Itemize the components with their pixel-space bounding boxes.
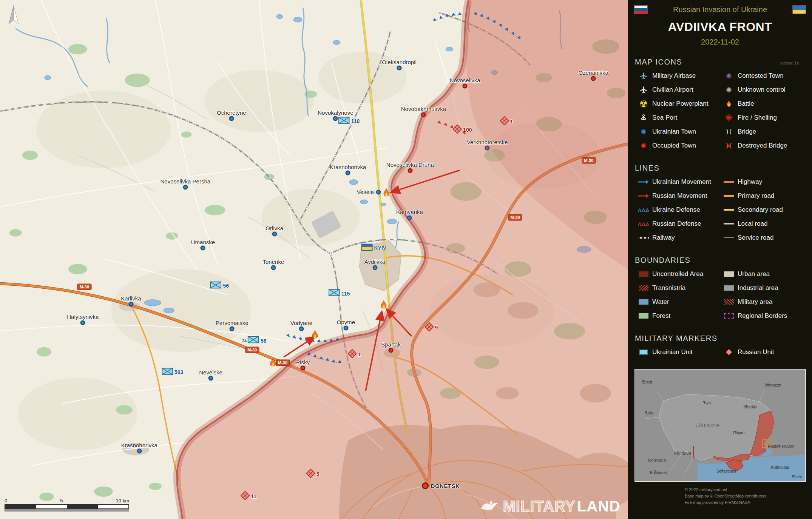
legend-label: Ukrainian Town — [652, 128, 696, 136]
town-dot — [299, 326, 304, 331]
ukrainian-flag-unit-icon — [361, 243, 373, 252]
legend-label: Primary road — [738, 192, 774, 200]
ukrainian-unit-icon — [248, 336, 259, 345]
marker-layer: OleksandropilNovoselivkaOzerianivkaNovok… — [0, 0, 628, 519]
ukrainian-unit-marker: 110 — [338, 117, 360, 125]
minimap-label: Brest — [643, 380, 652, 384]
minimap-label: Sochi — [792, 474, 801, 479]
road-shield: M-30 — [77, 283, 91, 290]
map-scale-bar: 0 5 10 km — [5, 498, 129, 511]
town-dot — [271, 265, 276, 270]
town-dot — [389, 348, 394, 353]
russian-unit-icon — [425, 322, 434, 333]
military-area-icon — [720, 299, 738, 305]
minimap-label: Kyiv — [704, 400, 712, 405]
russian-unit-marker: 11 — [241, 491, 256, 502]
town-label: Opytne — [337, 319, 355, 325]
legend-label: Secondary road — [738, 206, 783, 214]
local-road-icon — [720, 222, 738, 226]
unit-number: 115 — [341, 290, 350, 296]
town-marker: Pisky — [301, 365, 306, 370]
town-marker: Krasnohorivka — [137, 449, 142, 454]
military-airbase-icon — [635, 72, 652, 80]
scale-mid: 5 — [60, 498, 63, 504]
legend-label: Industrial area — [738, 284, 778, 292]
unit-number: 9 — [435, 325, 438, 331]
town-label: Orlivka — [266, 225, 283, 231]
legend-item: Highway — [720, 175, 806, 189]
legend-item: Forest — [635, 309, 720, 323]
town-marker: Kamyanka — [407, 216, 412, 220]
legend-label: Military area — [738, 298, 773, 306]
ukrainian-unit-icon — [329, 289, 340, 298]
legend-label: Nuclear Powerplant — [652, 100, 708, 108]
town-dot — [183, 185, 188, 190]
ukrainian-unit-marker: 2456 — [242, 336, 267, 345]
legend-item: Transnistria — [635, 281, 720, 295]
legend-label: Ukraine Defense — [652, 206, 700, 214]
credit-line: © 2022 militaryland.net — [685, 487, 812, 493]
legend-label: Russian Movement — [652, 192, 707, 200]
unit-number: 56 — [223, 283, 229, 289]
russian-unit-marker: 1 — [347, 349, 361, 360]
ukrainian-unit-icon — [162, 368, 173, 376]
legend-item: Fire / Shelling — [720, 111, 806, 125]
unit-number: 1 — [510, 119, 513, 125]
ukrainian-unit-marker: 115 — [329, 289, 350, 298]
legend-label: Ukrainian Unit — [652, 348, 693, 356]
legend-item: Sea Port — [635, 111, 720, 125]
russian-unit-marker: 1 — [500, 116, 513, 127]
sidebar-header: Russian Invasion of Ukraine — [628, 0, 812, 14]
legend-item: Uncontrolled Area — [635, 267, 720, 281]
legend-section-map-icons: MAP ICONS Military AirbaseCivilian Airpo… — [628, 58, 812, 152]
uncontrolled-area-icon — [635, 271, 652, 277]
legend-label: Military Airbase — [652, 72, 696, 80]
town-dot — [372, 265, 377, 270]
occupied-town-icon — [635, 143, 652, 148]
road-shield: M-30 — [276, 360, 290, 366]
town-dot — [229, 116, 234, 121]
town-marker: Vodyane — [299, 326, 304, 331]
legend-label: Russian Defense — [652, 220, 701, 228]
town-marker: Pervomaiske — [230, 326, 235, 331]
ukraine-defense-icon — [635, 208, 652, 212]
minimap-label: Voronezh — [764, 383, 781, 387]
unknown-control-icon — [720, 87, 738, 92]
unit-number: 110 — [351, 118, 360, 124]
town-dot — [343, 326, 348, 331]
legend-label: Water — [652, 298, 669, 306]
road-shield: M-30 — [508, 214, 522, 220]
legend-section-title: MILITARY MARKERS — [635, 334, 812, 343]
legend-grid: Ukrainian UnitRussian Unit — [635, 345, 812, 359]
unit-number: 1 — [358, 351, 361, 357]
minimap-label: Krasnodar — [771, 465, 789, 470]
town-marker: Opytne — [343, 326, 348, 331]
town-label: Ocheretyne — [217, 109, 246, 116]
legend-label: Occupied Town — [652, 142, 696, 149]
ukrainian-unit-marker: KYIV — [361, 243, 387, 252]
minimap-label: Dnipro — [733, 430, 744, 435]
urban-area-icon — [720, 271, 738, 277]
road-shield: M-30 — [582, 157, 596, 164]
legend-item: Contested Town — [720, 69, 806, 83]
watermark-text-military: MILITARY — [503, 498, 575, 515]
legend-label: Highway — [738, 178, 762, 186]
unit-prefix: 24 — [242, 338, 247, 343]
town-dot — [201, 245, 205, 250]
town-marker: Spartak — [389, 348, 394, 353]
destroyed-bridge-icon — [720, 142, 738, 149]
legend-item: Urban area — [720, 267, 806, 281]
russian-unit-icon — [500, 116, 509, 127]
russian-unit-marker: 9 — [425, 322, 438, 333]
legend-item: Destroyed Bridge — [720, 139, 806, 152]
service-road-icon — [720, 236, 738, 240]
map-date: 2022-11-02 — [628, 38, 812, 46]
unit-number: 56 — [261, 337, 267, 343]
town-dot — [485, 146, 490, 151]
legend-label: Regional Borders — [738, 312, 787, 320]
eagle-logo-icon — [479, 497, 500, 515]
militaryland-watermark: MILITARY LAND — [479, 497, 621, 515]
ukrainian-unit-icon — [338, 117, 350, 125]
legend-item: Unknown control — [720, 83, 806, 97]
town-marker: Avdiivka — [372, 265, 377, 270]
